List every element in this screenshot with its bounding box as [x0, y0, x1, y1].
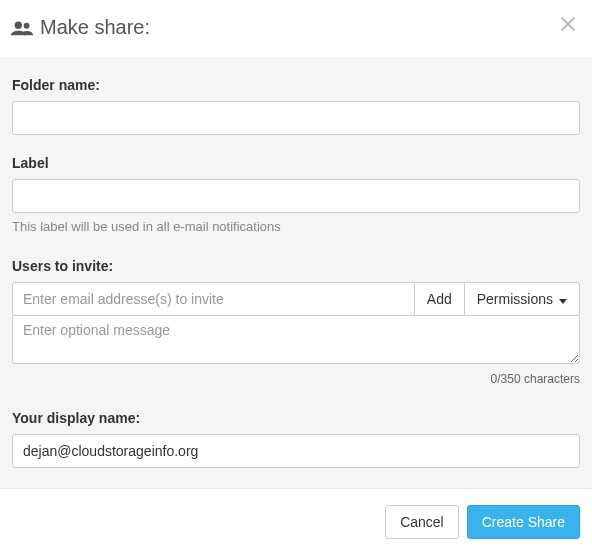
folder-name-input[interactable] — [12, 101, 580, 135]
add-button[interactable]: Add — [415, 282, 465, 316]
people-icon — [10, 20, 34, 36]
create-share-button[interactable]: Create Share — [467, 505, 580, 539]
permissions-dropdown[interactable]: Permissions — [465, 282, 580, 316]
dialog-header: Make share: — [0, 0, 592, 57]
folder-name-label: Folder name: — [12, 77, 580, 93]
invite-label: Users to invite: — [12, 258, 580, 274]
optional-message-textarea[interactable] — [12, 316, 580, 364]
permissions-label: Permissions — [477, 291, 553, 307]
display-name-section: Your display name: — [12, 410, 580, 468]
invite-row: Add Permissions — [12, 282, 580, 316]
svg-point-0 — [15, 21, 22, 28]
svg-point-1 — [24, 22, 30, 28]
cancel-button[interactable]: Cancel — [385, 505, 459, 539]
label-section: Label This label will be used in all e-m… — [12, 155, 580, 234]
dialog-title: Make share: — [40, 16, 150, 39]
label-input[interactable] — [12, 179, 580, 213]
caret-down-icon — [559, 291, 567, 307]
invite-section: Users to invite: Add Permissions 0/350 c… — [12, 258, 580, 386]
display-name-input[interactable] — [12, 434, 580, 468]
label-helper-text: This label will be used in all e-mail no… — [12, 219, 580, 234]
folder-name-section: Folder name: — [12, 77, 580, 135]
display-name-label: Your display name: — [12, 410, 580, 426]
dialog-body: Folder name: Label This label will be us… — [0, 57, 592, 488]
close-icon[interactable] — [558, 14, 578, 38]
label-field-label: Label — [12, 155, 580, 171]
character-count: 0/350 characters — [12, 372, 580, 386]
dialog-footer: Cancel Create Share — [0, 488, 592, 555]
invite-email-input[interactable] — [12, 282, 415, 316]
